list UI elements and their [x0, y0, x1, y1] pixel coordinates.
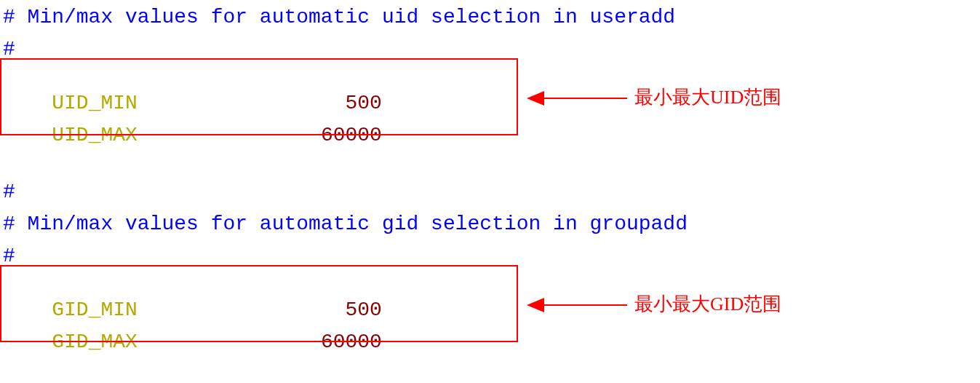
gid-range-box: [0, 265, 518, 342]
gid-range-annotation: 最小最大GID范围: [634, 295, 781, 314]
comment-hash-1: #: [3, 39, 15, 60]
config-snippet: # Min/max values for automatic uid selec…: [0, 0, 980, 383]
uid-arrow-icon: [518, 84, 634, 113]
uid-range-annotation: 最小最大UID范围: [634, 88, 781, 107]
gid-arrow-icon: [518, 291, 634, 320]
comment-uid-header: # Min/max values for automatic uid selec…: [3, 7, 675, 28]
uid-range-box: [0, 58, 518, 135]
comment-gid-header: # Min/max values for automatic gid selec…: [3, 214, 688, 234]
comment-hash-3: #: [3, 246, 15, 266]
comment-hash-2: #: [3, 182, 15, 202]
